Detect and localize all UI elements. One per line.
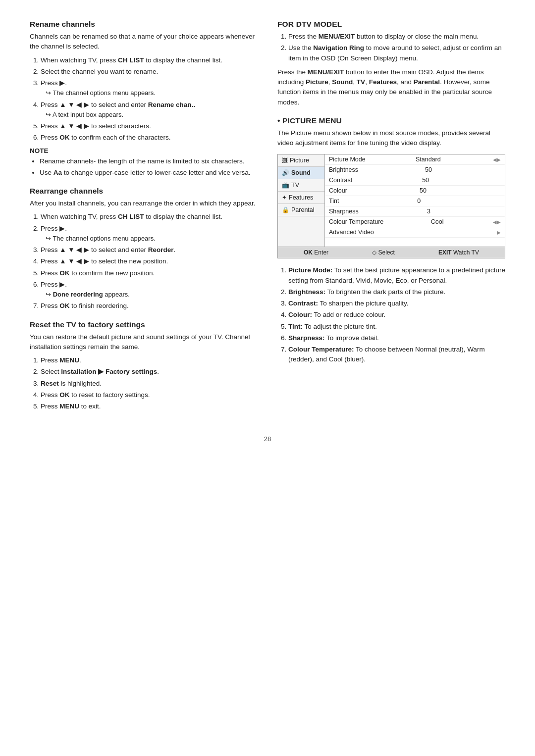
osd-row-contrast: Contrast 50 (325, 175, 505, 186)
parental-icon: 🔒 (282, 206, 289, 213)
sidebar-item-parental: 🔒 Parental (278, 204, 324, 216)
osd-footer: OK Enter ◇ Select EXIT Watch TV (278, 247, 505, 258)
left-column: Rename channels Channels can be renamed … (30, 20, 258, 420)
step-sub: ↪ The channel options menu appears. (46, 235, 156, 242)
list-item: Press MENU. (41, 355, 258, 365)
row-value: 3 (427, 208, 430, 215)
list-item: Press OK to reset to factory settings. (41, 390, 258, 400)
osd-row-colour: Colour 50 (325, 186, 505, 196)
page-number: 28 (30, 435, 505, 443)
sidebar-item-label: Sound (291, 169, 311, 176)
list-item: Press the MENU/EXIT button to display or… (288, 32, 505, 42)
osd-content: Picture Mode Standard ◀▶ Brightness 50 C… (325, 154, 505, 247)
sound-icon: 🔊 (282, 169, 289, 176)
row-label: Colour (329, 187, 347, 194)
list-item: Colour: To add or reduce colour. (288, 310, 505, 320)
list-item: Reset is highlighted. (41, 379, 258, 389)
reset-factory-section: Reset the TV to factory settings You can… (30, 320, 258, 412)
rename-channels-section: Rename channels Channels can be renamed … (30, 20, 258, 178)
rearrange-channels-steps: When watching TV, press CH LIST to displ… (41, 212, 258, 311)
list-item: Press OK to comfirm the new position. (41, 268, 258, 278)
sidebar-item-sound: 🔊 Sound (278, 167, 324, 179)
sidebar-item-tv: 📺 TV (278, 179, 324, 192)
page-layout: Rename channels Channels can be renamed … (30, 20, 505, 420)
list-item: Select Installation ▶ Factory settings. (41, 367, 258, 377)
sidebar-item-label: Picture (290, 157, 309, 164)
row-label: Tint (329, 198, 339, 204)
for-dtv-section: FOR DTV MODEL Press the MENU/EXIT button… (277, 20, 505, 107)
list-item: When watching TV, press CH LIST to displ… (41, 55, 258, 65)
row-value: Standard (416, 156, 441, 163)
for-dtv-body: Press the MENU/EXIT button to enter the … (277, 67, 505, 107)
list-item: Sharpness: To improve detail. (288, 333, 505, 343)
row-label: Sharpness (329, 208, 359, 215)
rename-channels-steps: When watching TV, press CH LIST to displ… (41, 55, 258, 143)
footer-exit: EXIT Watch TV (438, 249, 479, 256)
list-item: Brightness: To brighten the dark parts o… (288, 287, 505, 297)
list-item: Contrast: To sharpen the picture quality… (288, 299, 505, 308)
tv-icon: 📺 (282, 182, 289, 189)
rearrange-channels-section: Rearrange channels After you install cha… (30, 187, 258, 311)
list-item: Use Aa to change upper-case letter to lo… (40, 168, 258, 178)
row-arrow: ▶ (497, 230, 501, 235)
row-value: Cool (431, 218, 444, 225)
row-label: Contrast (329, 177, 352, 184)
row-label: Picture Mode (329, 156, 366, 163)
rename-channels-intro: Channels can be renamed so that a name o… (30, 32, 258, 52)
row-value: 50 (422, 177, 429, 184)
reset-factory-intro: You can restore the default picture and … (30, 332, 258, 353)
list-item: Press OK to finish reordering. (41, 301, 258, 311)
list-item: Press ▶.↪ Done reordering appears. (41, 280, 258, 300)
row-label: Advanced Video (329, 229, 374, 236)
osd-row-advanced-video: Advanced Video ▶ (325, 227, 505, 238)
list-item: Colour Temperature: To choose between No… (288, 345, 505, 365)
sidebar-item-features: ✦ Features (278, 192, 324, 204)
sidebar-item-picture: 🖼 Picture (278, 154, 324, 167)
picture-menu-section: • PICTURE MENU The Picture menu shown be… (277, 116, 505, 365)
row-arrow: ◀▶ (493, 157, 501, 162)
list-item: Press ▲ ▼ ◀ ▶ to select and enter Reorde… (41, 245, 258, 255)
osd-body: 🖼 Picture 🔊 Sound 📺 TV ✦ (278, 154, 505, 247)
list-item: Press OK to confirm each of the characte… (41, 133, 258, 143)
footer-select: ◇ Select (372, 249, 395, 256)
osd-row-sharpness: Sharpness 3 (325, 206, 505, 217)
note-label: NOTE (30, 147, 258, 154)
rearrange-channels-title: Rearrange channels (30, 187, 258, 196)
sidebar-item-label: Features (289, 194, 313, 201)
step-sub: ↪ The channel options menu appears. (46, 89, 156, 97)
osd-row-colour-temp: Colour Temperature Cool ◀▶ (325, 217, 505, 227)
osd-menu: 🖼 Picture 🔊 Sound 📺 TV ✦ (277, 154, 505, 258)
row-label: Colour Temperature (329, 218, 383, 225)
for-dtv-title: FOR DTV MODEL (277, 20, 505, 29)
note-list: Rename channels- the length of the name … (40, 156, 258, 178)
list-item: Press ▲ ▼ ◀ ▶ to select characters. (41, 121, 258, 131)
list-item: Tint: To adjust the picture tint. (288, 322, 505, 332)
sidebar-item-label: TV (291, 182, 299, 189)
osd-empty-row (325, 238, 505, 247)
step-sub: ↪ Done reordering appears. (46, 291, 130, 298)
osd-row-picture-mode: Picture Mode Standard ◀▶ (325, 154, 505, 165)
list-item: Press ▲ ▼ ◀ ▶ to select the new position… (41, 256, 258, 266)
picture-menu-desc-list: Picture Mode: To set the best picture ap… (288, 265, 505, 364)
reset-factory-steps: Press MENU. Select Installation ▶ Factor… (41, 355, 258, 411)
picture-menu-intro: The Picture menu shown below in most sou… (277, 128, 505, 149)
row-arrow: ◀▶ (493, 219, 501, 225)
osd-row-tint: Tint 0 (325, 196, 505, 206)
osd-sidebar: 🖼 Picture 🔊 Sound 📺 TV ✦ (278, 154, 325, 247)
picture-icon: 🖼 (282, 157, 288, 164)
step-sub: ↪ A text input box appears. (46, 111, 123, 118)
list-item: Press ▶.↪ The channel options menu appea… (41, 224, 258, 244)
reset-factory-title: Reset the TV to factory settings (30, 320, 258, 329)
rename-channels-title: Rename channels (30, 20, 258, 29)
for-dtv-steps: Press the MENU/EXIT button to display or… (288, 32, 505, 63)
features-icon: ✦ (282, 194, 287, 201)
rearrange-channels-intro: After you install channels, you can rear… (30, 199, 258, 208)
right-column: FOR DTV MODEL Press the MENU/EXIT button… (277, 20, 505, 420)
list-item: Picture Mode: To set the best picture ap… (288, 265, 505, 286)
osd-row-brightness: Brightness 50 (325, 165, 505, 175)
picture-menu-title: • PICTURE MENU (277, 116, 505, 125)
list-item: Select the channel you want to rename. (41, 67, 258, 77)
footer-ok: OK Enter (304, 249, 328, 256)
list-item: Press ▶.↪ The channel options menu appea… (41, 78, 258, 99)
row-value: 50 (425, 166, 432, 173)
